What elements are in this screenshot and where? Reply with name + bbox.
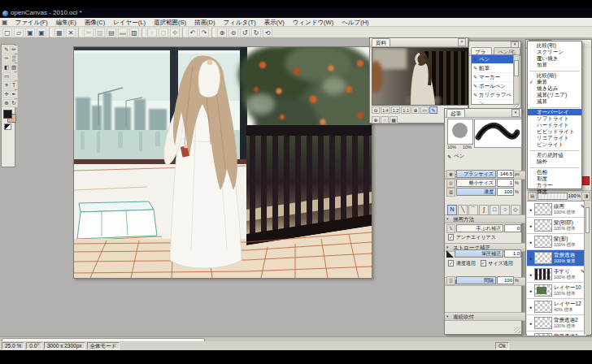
layer-row[interactable]: ● 髪(影) 100% 標準 ✎ xyxy=(527,234,586,250)
line-icon[interactable]: ╲ xyxy=(458,205,468,215)
blend-mode-item[interactable]: ✓ xyxy=(529,105,580,108)
blend-mode-item[interactable]: ✓ xyxy=(529,148,580,151)
visibility-eye-icon[interactable]: ● xyxy=(527,272,534,277)
airbrush-tool[interactable]: ▒ xyxy=(10,54,18,63)
layer-row[interactable]: ● 背景透過3 100% 標準 ✎ xyxy=(527,332,586,336)
blend-mode-item[interactable]: ✓ リニアライト xyxy=(528,135,581,141)
section-draw-method[interactable]: 描画方法 xyxy=(445,214,529,223)
blend-mode-item[interactable]: ✓ 比較(暗) xyxy=(528,72,581,79)
undo-icon[interactable]: ↶ xyxy=(188,28,198,37)
magnifier-icon[interactable]: ⊕ xyxy=(372,116,380,124)
tool-preset-item[interactable]: ✎ 鉛筆 xyxy=(472,64,516,73)
close-image-icon[interactable]: ✕ xyxy=(66,28,76,37)
menu-item[interactable]: 画像(C) xyxy=(81,18,109,27)
fill-icon[interactable]: ▨ xyxy=(129,28,139,37)
checkbox[interactable]: ✓ xyxy=(481,260,486,266)
layer-row[interactable]: ● レイヤー10 100% 標準 ✎ xyxy=(527,283,586,299)
curve-icon[interactable]: ⌒ xyxy=(468,205,478,215)
resize-grip[interactable] xyxy=(514,327,520,333)
menu-item[interactable]: 描画(D) xyxy=(190,18,219,27)
deselect-icon[interactable]: ◻ xyxy=(159,28,168,37)
tool-preset-item[interactable]: ✎ ボールペン xyxy=(472,82,516,91)
visibility-eye-icon[interactable]: ● xyxy=(527,288,534,293)
circle-icon[interactable]: ○ xyxy=(381,116,389,124)
layer-thumbnail[interactable] xyxy=(534,333,552,336)
grid-icon[interactable]: ▦ xyxy=(390,116,398,124)
slider-track[interactable]: 最小サイズ xyxy=(456,179,496,187)
panel-close-button[interactable]: × xyxy=(458,38,466,46)
layer-row[interactable]: ● 髪(明部) 100% 標準 ✎ xyxy=(527,218,586,234)
menu-item[interactable]: 編集(E) xyxy=(52,18,81,27)
bezier-icon[interactable]: ʃ xyxy=(479,205,489,215)
visibility-eye-icon[interactable]: ● xyxy=(527,207,534,212)
default-colors-icon[interactable] xyxy=(4,124,11,130)
menu-item[interactable]: フィルタ(T) xyxy=(219,18,259,27)
slider-track[interactable]: ブラシサイズ xyxy=(456,170,496,178)
freehand-icon[interactable]: N xyxy=(447,205,457,215)
reference-panel-titlebar[interactable]: 資料 × xyxy=(370,38,468,47)
tool-preset-item[interactable]: ✎ マーカー xyxy=(472,73,516,82)
visibility-eye-icon[interactable]: ● xyxy=(527,223,534,228)
tool-preset-item[interactable]: ✎ カリグラフペン xyxy=(472,91,516,100)
pressure-checkbox-item[interactable]: ✓ 濃度適用 xyxy=(448,260,476,267)
blend-mode-item[interactable]: ✓ ビビッドライト xyxy=(528,128,581,135)
blend-mode-item[interactable]: ✓ スクリーン xyxy=(528,49,581,55)
rotate-left-icon[interactable]: ↺ xyxy=(240,28,250,37)
blend-mode-item[interactable]: ✓ 除外 xyxy=(528,158,581,165)
blend-mode-item[interactable]: ✓ ソフトライト xyxy=(528,115,581,122)
visibility-eye-icon[interactable]: ● xyxy=(527,305,534,310)
slider-track[interactable]: 濃度 xyxy=(456,188,496,196)
layer-list-scrollbar[interactable] xyxy=(584,201,590,335)
tool-list-scrollbar[interactable] xyxy=(513,54,520,105)
save-as-icon[interactable]: ▣ xyxy=(37,28,46,37)
blend-mode-item[interactable]: ✓ 乗算 xyxy=(528,79,581,85)
menu-item[interactable]: 選択範囲(S) xyxy=(150,18,190,27)
stabilizer-slider[interactable]: ᔐ 手ぶれ補正 0 xyxy=(446,224,521,232)
visibility-eye-icon[interactable]: ● xyxy=(527,256,534,261)
brush-slider[interactable]: ◉ ブラシサイズ 146.5 px xyxy=(446,170,521,178)
pressure-checkbox-item[interactable]: ✓ サイズ適用 xyxy=(481,260,513,267)
layer-thumbnail[interactable] xyxy=(534,268,552,280)
blend-mode-item[interactable]: ✓ 比較(明) xyxy=(528,42,581,49)
delete-icon[interactable]: ▬ xyxy=(118,28,128,37)
menu-item[interactable]: レイヤー(L) xyxy=(109,18,150,27)
blend-mode-item[interactable]: ✓ 加算 xyxy=(528,62,581,68)
zoom-out-icon[interactable]: ⊖ xyxy=(372,106,380,114)
slider-value[interactable]: 1 xyxy=(497,179,514,187)
antialias-checkbox[interactable]: ✓ xyxy=(448,234,454,240)
rotate-right-icon[interactable]: ↻ xyxy=(251,28,261,37)
select-all-icon[interactable]: ▫ xyxy=(147,28,157,37)
blend-mode-item[interactable]: ✓ オーバーレイ xyxy=(528,109,581,115)
layer-thumbnail[interactable] xyxy=(534,252,552,264)
lock-icon[interactable]: ◨ xyxy=(581,192,590,201)
pen-pick-icon[interactable]: ✎ xyxy=(429,106,437,114)
brush-slider[interactable]: ▥ 濃度 100 % xyxy=(446,188,521,196)
frame-icon[interactable]: ▭ xyxy=(420,106,429,114)
spray-interval-slider[interactable]: ▒ 間隔 100 % xyxy=(446,276,521,284)
layer-thumbnail[interactable] xyxy=(534,219,552,232)
copy-icon[interactable]: ▥ xyxy=(95,28,105,37)
pressure-slider[interactable]: 筆圧補正 1.0 xyxy=(446,249,521,258)
gradient-tool[interactable]: ▨ xyxy=(10,63,18,72)
blend-mode-item[interactable]: ✓ カラー xyxy=(528,182,581,188)
blend-mode-item[interactable]: ✓ 減算(リニア) xyxy=(528,92,581,98)
zoom-in-icon[interactable]: ⊕ xyxy=(217,28,227,37)
open-file-icon[interactable]: ▱ xyxy=(14,28,24,37)
blend-mode-item[interactable]: ✓ 彩度 xyxy=(528,176,581,182)
checkbox[interactable]: ✓ xyxy=(448,260,454,266)
layer-row[interactable]: ● 手すり 100% 標準 ✎ xyxy=(527,266,586,283)
brush-slider[interactable]: ◎ 最小サイズ 1 % xyxy=(446,179,521,187)
reset-view-icon[interactable]: ⟲ xyxy=(263,28,272,37)
slider-value[interactable]: 146.5 xyxy=(497,170,514,178)
blend-mode-item[interactable]: ✓ 輝度 xyxy=(528,188,581,195)
layer-row[interactable]: ● 線画 100% 標準 ✎ xyxy=(527,202,586,218)
eyedropper-tool[interactable]: ✒ xyxy=(10,90,18,98)
menu-item[interactable]: 表示(V) xyxy=(260,18,289,27)
ratio-1-2[interactable]: 1:2 xyxy=(391,106,401,114)
move-icon[interactable]: ✥ xyxy=(170,28,180,37)
zoom-out-icon[interactable]: ⊖ xyxy=(229,28,238,37)
visibility-eye-icon[interactable]: ● xyxy=(527,321,534,326)
layer-row[interactable]: ● 背景透過2 100% 標準 ✎ xyxy=(527,315,586,332)
blend-mode-item[interactable]: ✓ 色相 xyxy=(528,169,581,176)
blend-mode-item[interactable]: ✓ xyxy=(529,165,580,168)
